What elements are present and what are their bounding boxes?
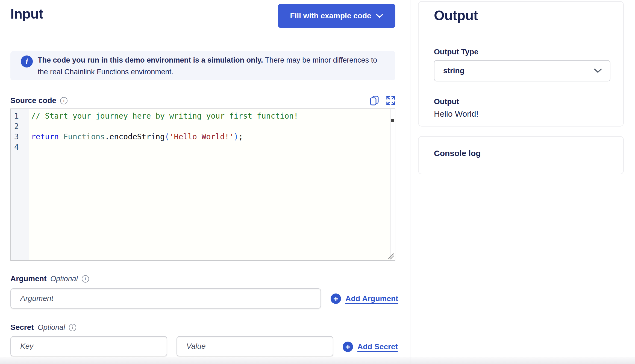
argument-label: Argument (10, 274, 46, 283)
console-log-title: Console log (434, 149, 481, 158)
source-code-info-icon[interactable]: i (60, 97, 67, 104)
source-code-header-row: Source code i (10, 95, 395, 106)
output-card: Output Output Type string Output Hello W… (418, 1, 624, 127)
output-type-label: Output Type (434, 48, 478, 56)
secret-key-input[interactable] (10, 336, 167, 356)
banner-text-bold: The code you run in this demo environmen… (38, 56, 263, 64)
copy-code-button[interactable] (370, 95, 379, 106)
editor-scrollbar[interactable] (390, 109, 395, 260)
argument-optional-label: Optional (50, 275, 78, 283)
banner-text: The code you run in this demo environmen… (38, 54, 385, 78)
chevron-down-icon (376, 13, 383, 18)
add-secret-row: + Add Secret (343, 342, 398, 352)
resize-handle[interactable] (387, 253, 394, 260)
secret-info-icon[interactable]: i (69, 324, 76, 331)
fill-button-label: Fill with example code (290, 11, 371, 20)
fill-with-example-code-button[interactable]: Fill with example code (278, 4, 395, 28)
line-number: 4 (14, 142, 29, 152)
output-result-label: Output (434, 97, 459, 106)
line-number-gutter: 1234 (11, 109, 29, 260)
page-bottom-band (0, 357, 635, 364)
output-type-select[interactable]: string (434, 60, 610, 81)
simulation-info-banner: i The code you run in this demo environm… (10, 51, 395, 80)
output-panel-title: Output (434, 8, 478, 24)
chevron-down-icon (593, 68, 602, 74)
chainlink-functions-playground: Input Fill with example code i The code … (0, 0, 635, 364)
add-secret-link[interactable]: Add Secret (357, 342, 398, 351)
add-argument-link[interactable]: Add Argument (345, 294, 398, 303)
console-log-card: Console log (418, 136, 624, 174)
argument-input[interactable] (10, 288, 321, 309)
secret-value-input[interactable] (177, 336, 333, 356)
info-icon: i (21, 55, 33, 67)
plus-icon[interactable]: + (331, 293, 341, 304)
argument-header-row: Argument Optional i (10, 274, 89, 283)
scrollbar-thumb[interactable] (391, 119, 394, 122)
column-divider (410, 0, 410, 364)
input-panel-title: Input (10, 6, 43, 22)
line-number: 1 (14, 111, 29, 121)
code-line: return Functions.encodeString('Hello Wor… (31, 132, 390, 142)
argument-info-icon[interactable]: i (82, 275, 89, 283)
plus-icon[interactable]: + (343, 342, 353, 352)
code-content[interactable]: // Start your journey here by writing yo… (29, 109, 390, 260)
code-line: // Start your journey here by writing yo… (31, 111, 390, 121)
source-code-editor[interactable]: 1234 // Start your journey here by writi… (10, 108, 395, 261)
copy-icon (370, 102, 379, 107)
secret-label: Secret (10, 323, 34, 332)
add-argument-row: + Add Argument (331, 293, 398, 304)
expand-code-button[interactable] (386, 96, 395, 105)
code-line (31, 142, 390, 152)
line-number: 2 (14, 121, 29, 132)
secret-optional-label: Optional (38, 323, 65, 332)
output-type-value: string (443, 66, 465, 75)
output-result-value: Hello World! (434, 109, 478, 119)
source-code-label: Source code (10, 96, 56, 105)
secret-header-row: Secret Optional i (10, 323, 76, 332)
code-line (31, 121, 390, 132)
line-number: 3 (14, 132, 29, 142)
expand-icon (386, 102, 395, 106)
